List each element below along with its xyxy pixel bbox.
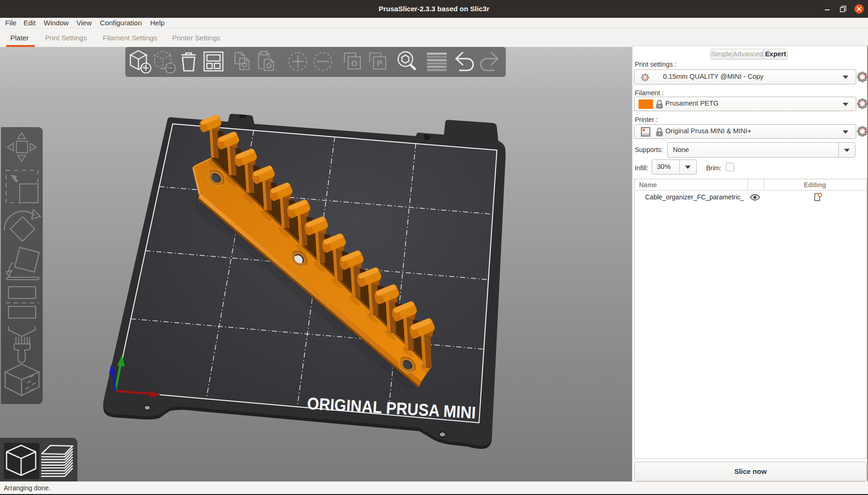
svg-text:O: O	[351, 59, 357, 68]
svg-text:P: P	[377, 59, 382, 68]
